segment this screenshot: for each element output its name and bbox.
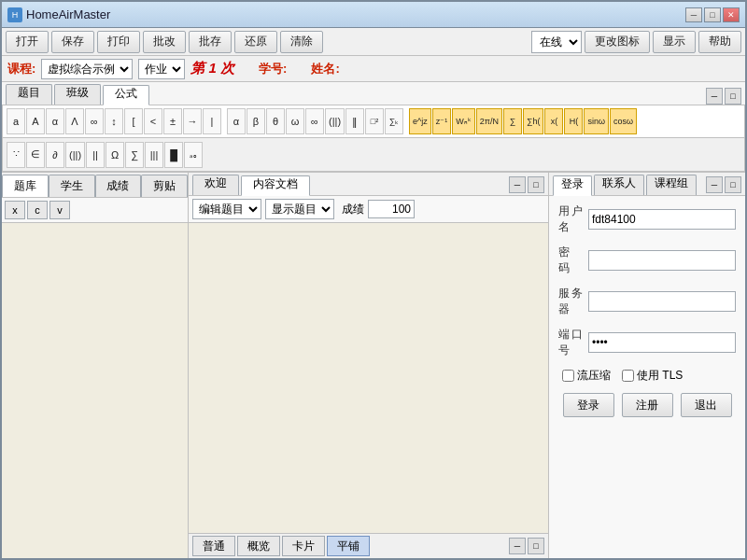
sym-lines[interactable]: ||| xyxy=(145,142,163,168)
compress-checkbox[interactable] xyxy=(562,370,574,382)
copy-button[interactable]: c xyxy=(27,201,48,219)
center-bottom-minimize[interactable]: ─ xyxy=(509,538,526,554)
score-input[interactable] xyxy=(368,200,415,218)
sym-partial[interactable]: ∂ xyxy=(46,142,64,168)
password-input[interactable] xyxy=(588,250,736,271)
tab-formula[interactable]: 公式 xyxy=(103,85,149,105)
sym-wn[interactable]: Wₙᵏ xyxy=(452,108,475,134)
symbol-panel-restore[interactable]: □ xyxy=(725,88,741,105)
print-button[interactable]: 打印 xyxy=(97,31,140,53)
maximize-button[interactable]: □ xyxy=(704,7,721,22)
sym-element[interactable]: ∈ xyxy=(26,142,45,168)
sym-less[interactable]: < xyxy=(144,108,162,134)
sym-sub-a0[interactable]: ₐₒ xyxy=(184,142,203,168)
hw-select[interactable]: 作业 xyxy=(138,59,185,79)
display-question-select[interactable]: 显示题目 xyxy=(265,199,334,219)
tab-content-doc[interactable]: 内容文档 xyxy=(241,175,310,196)
sym-ht[interactable]: H( xyxy=(564,108,583,134)
sym-a-upper[interactable]: A xyxy=(26,108,45,134)
display-button[interactable]: 显示 xyxy=(653,31,696,53)
tab-clipboard[interactable]: 剪贴 xyxy=(141,175,188,197)
sym-infinity[interactable]: ∞ xyxy=(85,108,104,134)
tls-checkbox[interactable] xyxy=(622,370,634,382)
tab-question-bank[interactable]: 题库 xyxy=(2,175,49,197)
paste-button[interactable]: v xyxy=(49,201,70,219)
sym-because[interactable]: ∵ xyxy=(7,142,25,168)
tab-tile[interactable]: 平铺 xyxy=(327,536,370,556)
edit-question-select[interactable]: 编辑题目 xyxy=(192,199,261,219)
course-select[interactable]: 虚拟综合示例 xyxy=(41,59,133,79)
sym-norm2[interactable]: ‖ xyxy=(345,108,364,134)
tab-card[interactable]: 卡片 xyxy=(282,536,325,556)
center-bottom-restore[interactable]: □ xyxy=(528,538,544,554)
logout-button[interactable]: 退出 xyxy=(681,393,732,417)
sym-norm[interactable]: (||) xyxy=(325,108,345,134)
sym-inf2[interactable]: ∞ xyxy=(305,108,324,134)
sym-zinv[interactable]: z⁻¹ xyxy=(432,108,452,134)
sym-lambda[interactable]: Λ xyxy=(65,108,84,134)
sym-omega-lower[interactable]: ω xyxy=(286,108,304,134)
batch-save-button[interactable]: 批存 xyxy=(189,31,232,53)
tab-title[interactable]: 题目 xyxy=(6,84,52,105)
clear-button[interactable]: 清除 xyxy=(280,31,323,53)
sym-block[interactable]: █ xyxy=(164,142,183,168)
register-button[interactable]: 注册 xyxy=(622,393,673,417)
right-minimize[interactable]: ─ xyxy=(706,176,723,193)
login-form: 用户名 密 码 服务器 端口号 流 xyxy=(549,196,745,425)
tab-contacts[interactable]: 联系人 xyxy=(594,175,644,195)
sym-sum-k[interactable]: ∑ₖ xyxy=(385,108,403,134)
course-label: 课程: xyxy=(7,61,35,77)
sym-sigma[interactable]: ∑ xyxy=(125,142,144,168)
main-toolbar: 打开 保存 打印 批改 批存 还原 清除 在线 更改图标 显示 帮助 xyxy=(2,28,745,56)
tab-student[interactable]: 学生 xyxy=(49,175,95,197)
server-input[interactable] xyxy=(588,291,736,312)
right-restore[interactable]: □ xyxy=(725,176,741,193)
login-button[interactable]: 登录 xyxy=(563,393,614,417)
sym-omega-upper[interactable]: Ω xyxy=(106,142,124,168)
symbol-panel-minimize[interactable]: ─ xyxy=(706,88,723,105)
online-select[interactable]: 在线 xyxy=(531,31,582,53)
symbol-row: a A α Λ ∞ ↕ [ < ± → | α β θ ω ∞ (||) ‖ □… xyxy=(2,105,745,138)
sym-sinw[interactable]: sinω xyxy=(584,108,609,134)
sym-norm3[interactable]: (||) xyxy=(65,142,85,168)
tab-welcome[interactable]: 欢迎 xyxy=(192,175,239,195)
sym-sum-h[interactable]: ∑h( xyxy=(523,108,543,134)
sym-bracket[interactable]: [ xyxy=(124,108,143,134)
sym-abs[interactable]: || xyxy=(86,142,105,168)
sym-pm[interactable]: ± xyxy=(163,108,182,134)
sym-sq[interactable]: □² xyxy=(365,108,384,134)
help-button[interactable]: 帮助 xyxy=(698,31,741,53)
username-input[interactable] xyxy=(588,209,736,230)
tab-normal[interactable]: 普通 xyxy=(192,536,235,556)
sym-sum-inf[interactable]: ∑ xyxy=(503,108,522,134)
sym-alpha[interactable]: α xyxy=(46,108,64,134)
port-input[interactable] xyxy=(588,332,736,353)
sym-alpha2[interactable]: α xyxy=(227,108,246,134)
tab-class[interactable]: 班级 xyxy=(54,84,101,105)
sym-beta[interactable]: β xyxy=(247,108,265,134)
save-button[interactable]: 保存 xyxy=(51,31,94,53)
tab-login[interactable]: 登录 xyxy=(553,175,592,196)
app-icon: H xyxy=(7,7,22,22)
minimize-button[interactable]: ─ xyxy=(685,7,702,22)
cut-button[interactable]: x xyxy=(5,201,25,219)
sym-updown[interactable]: ↕ xyxy=(105,108,123,134)
sym-arrow[interactable]: → xyxy=(183,108,202,134)
sym-2pi[interactable]: 2π/N xyxy=(476,108,502,134)
tab-overview[interactable]: 概览 xyxy=(237,536,280,556)
open-button[interactable]: 打开 xyxy=(6,31,49,53)
sym-theta[interactable]: θ xyxy=(266,108,285,134)
grade-button[interactable]: 批改 xyxy=(143,31,186,53)
sym-xt[interactable]: x( xyxy=(544,108,563,134)
change-icon-button[interactable]: 更改图标 xyxy=(585,31,650,53)
sym-cosw[interactable]: cosω xyxy=(610,108,637,134)
sym-a-lower[interactable]: a xyxy=(7,108,25,134)
sym-ejz[interactable]: e^jz xyxy=(409,108,431,134)
center-minimize[interactable]: ─ xyxy=(509,176,526,193)
close-button[interactable]: ✕ xyxy=(723,7,740,22)
sym-pipe[interactable]: | xyxy=(203,108,221,134)
tab-score[interactable]: 成绩 xyxy=(95,175,142,197)
restore-button[interactable]: 还原 xyxy=(234,31,277,53)
tab-course-group[interactable]: 课程组 xyxy=(646,175,697,195)
center-restore[interactable]: □ xyxy=(528,176,544,193)
